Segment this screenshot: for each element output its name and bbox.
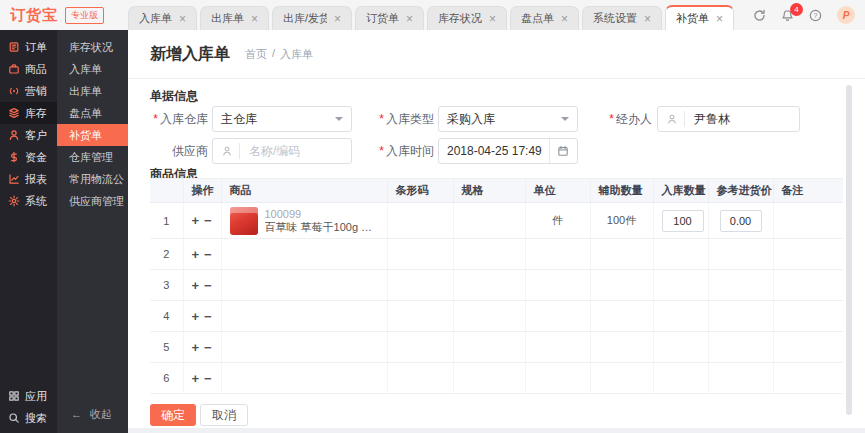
- sidebar-item-inventory[interactable]: 库存: [0, 102, 57, 124]
- logo-area: 订货宝 专业版: [10, 0, 104, 30]
- sidebar-item-apps[interactable]: 应用: [0, 385, 57, 407]
- warehouse-select[interactable]: 主仓库: [212, 106, 352, 132]
- help-icon[interactable]: ?: [809, 9, 822, 22]
- secondary-sidebar-item[interactable]: 仓库管理: [57, 146, 128, 168]
- refresh-icon[interactable]: [753, 9, 766, 22]
- warehouse-value: 主仓库: [221, 111, 257, 128]
- qty-input[interactable]: [662, 210, 704, 232]
- calendar-icon[interactable]: [549, 139, 569, 163]
- product-name: 百草味 草莓干100g 蜜饯水果…: [265, 221, 379, 234]
- unit-cell: [525, 239, 590, 270]
- sidebar-item-products[interactable]: 商品: [0, 58, 57, 80]
- tab-item[interactable]: 入库单×: [128, 6, 197, 30]
- remove-row-button[interactable]: −: [204, 371, 212, 386]
- chevron-down-icon: [335, 117, 343, 125]
- secondary-sidebar-item[interactable]: 库存状况: [57, 36, 128, 58]
- secondary-sidebar-item[interactable]: 出库单: [57, 80, 128, 102]
- sidebar-item-label: 应用: [25, 389, 47, 404]
- page-head: 新增入库单 首页 / 入库单: [128, 30, 865, 79]
- close-icon[interactable]: ×: [561, 13, 568, 25]
- unit-cell: 件: [525, 203, 590, 239]
- remove-row-button[interactable]: −: [204, 278, 212, 293]
- sidebar-item-orders[interactable]: 订单: [0, 36, 57, 58]
- secondary-sidebar-item[interactable]: 常用物流公: [57, 168, 128, 190]
- sidebar-item-reports[interactable]: 报表: [0, 168, 57, 190]
- secondary-sidebar-item[interactable]: 盘点单: [57, 102, 128, 124]
- add-row-button[interactable]: +: [192, 309, 200, 324]
- secondary-sidebar-item[interactable]: 供应商管理: [57, 190, 128, 212]
- sidebar-item-system[interactable]: 系统: [0, 190, 57, 212]
- header-actions: 4 ? P: [753, 0, 855, 30]
- sidebar-collapse-button[interactable]: ← 收起: [57, 403, 128, 425]
- price-cell: [708, 363, 773, 394]
- sidebar-item-search[interactable]: 搜索: [0, 407, 57, 429]
- price-input[interactable]: [720, 210, 762, 232]
- column-header: 规格: [453, 179, 525, 203]
- primary-nav-bottom: 应用搜索: [0, 385, 57, 429]
- sidebar-item-funds[interactable]: 资金: [0, 146, 57, 168]
- tab-item[interactable]: 出库/发货×: [272, 6, 352, 30]
- price-cell: [708, 332, 773, 363]
- tab-item[interactable]: 出库单×: [200, 6, 269, 30]
- cancel-button[interactable]: 取消: [200, 404, 248, 426]
- close-icon[interactable]: ×: [251, 13, 258, 25]
- user-avatar[interactable]: P: [837, 6, 855, 24]
- required-asterisk: *: [379, 144, 384, 158]
- time-field[interactable]: 2018-04-25 17:49: [438, 138, 578, 164]
- product-cell[interactable]: 100099百草味 草莓干100g 蜜饯水果…: [221, 203, 387, 239]
- remark-cell: [773, 363, 843, 394]
- add-row-button[interactable]: +: [192, 340, 200, 355]
- add-row-button[interactable]: +: [192, 371, 200, 386]
- row-number: 3: [150, 270, 183, 301]
- sidebar-item-marketing[interactable]: 营销: [0, 80, 57, 102]
- tab-item[interactable]: 订货单×: [355, 6, 424, 30]
- remark-cell: [773, 332, 843, 363]
- product-code: 100099: [265, 208, 379, 221]
- close-icon[interactable]: ×: [716, 13, 723, 25]
- close-icon[interactable]: ×: [334, 13, 341, 25]
- notification-badge: 4: [790, 3, 803, 16]
- secondary-sidebar-item[interactable]: 补货单: [57, 124, 128, 146]
- report-icon: [8, 173, 20, 185]
- close-icon[interactable]: ×: [406, 13, 413, 25]
- inventory-icon: [8, 107, 20, 119]
- breadcrumb-home[interactable]: 首页: [245, 47, 267, 62]
- spec-cell: [453, 270, 525, 301]
- vertical-scrollbar[interactable]: [846, 85, 852, 415]
- barcode-cell: [387, 363, 453, 394]
- add-row-button[interactable]: +: [192, 213, 200, 228]
- sidebar-item-customers[interactable]: 客户: [0, 124, 57, 146]
- remark-cell: [773, 239, 843, 270]
- tab-label: 出库单: [211, 11, 244, 26]
- confirm-button[interactable]: 确定: [150, 404, 196, 426]
- tab-item[interactable]: 库存状况×: [427, 6, 507, 30]
- handler-field[interactable]: [657, 106, 800, 132]
- price-cell: [708, 301, 773, 332]
- remove-row-button[interactable]: −: [204, 213, 212, 228]
- close-icon[interactable]: ×: [179, 13, 186, 25]
- close-icon[interactable]: ×: [489, 13, 496, 25]
- add-row-button[interactable]: +: [192, 278, 200, 293]
- handler-input[interactable]: [692, 111, 791, 127]
- add-row-button[interactable]: +: [192, 247, 200, 262]
- notification-bell-icon[interactable]: 4: [781, 9, 794, 22]
- product-cell: [221, 332, 387, 363]
- tab-item[interactable]: 盘点单×: [510, 6, 579, 30]
- remove-row-button[interactable]: −: [204, 247, 212, 262]
- tab-item[interactable]: 补货单×: [665, 5, 734, 30]
- table-body: 1+−100099百草味 草莓干100g 蜜饯水果…件100件2+−3+−4+−…: [150, 203, 843, 394]
- barcode-cell: [387, 301, 453, 332]
- qty-cell: [653, 332, 708, 363]
- supplier-field[interactable]: [212, 138, 352, 164]
- remove-row-button[interactable]: −: [204, 340, 212, 355]
- supplier-input[interactable]: [247, 143, 343, 159]
- close-icon[interactable]: ×: [644, 13, 651, 25]
- secondary-sidebar-item[interactable]: 入库单: [57, 58, 128, 80]
- remove-row-button[interactable]: −: [204, 309, 212, 324]
- type-select[interactable]: 采购入库: [438, 106, 578, 132]
- handler-label: *经办人: [582, 106, 652, 132]
- form-section-title: 单据信息: [150, 88, 198, 105]
- column-header: 备注: [773, 179, 843, 203]
- tab-item[interactable]: 系统设置×: [582, 6, 662, 30]
- row-number: 2: [150, 239, 183, 270]
